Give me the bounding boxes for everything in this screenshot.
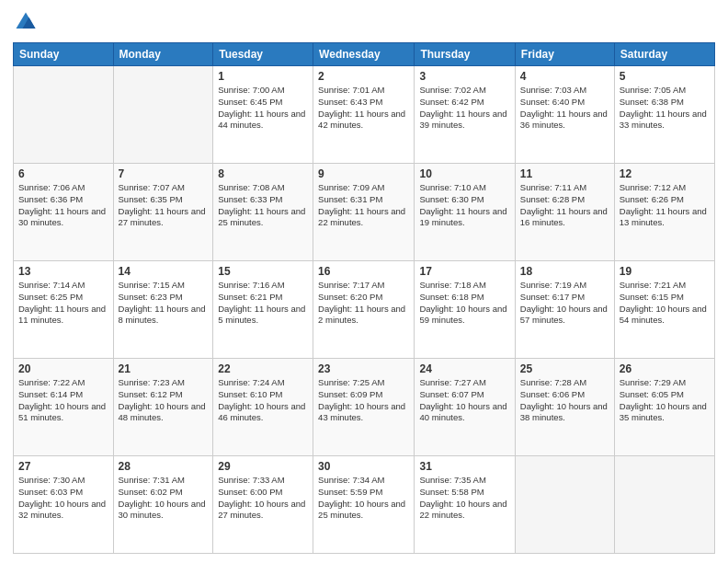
day-info: Sunrise: 7:09 AM Sunset: 6:31 PM Dayligh…: [318, 182, 409, 229]
week-row-3: 13Sunrise: 7:14 AM Sunset: 6:25 PM Dayli…: [14, 261, 715, 359]
day-number: 20: [18, 362, 108, 375]
day-header-saturday: Saturday: [614, 43, 714, 66]
day-info: Sunrise: 7:15 AM Sunset: 6:23 PM Dayligh…: [119, 280, 209, 327]
day-cell: 4Sunrise: 7:03 AM Sunset: 6:40 PM Daylig…: [515, 66, 614, 164]
day-info: Sunrise: 7:28 AM Sunset: 6:06 PM Dayligh…: [520, 377, 609, 424]
day-number: 13: [18, 265, 108, 278]
day-header-tuesday: Tuesday: [213, 43, 313, 66]
day-info: Sunrise: 7:19 AM Sunset: 6:17 PM Dayligh…: [520, 280, 609, 327]
day-cell: 2Sunrise: 7:01 AM Sunset: 6:43 PM Daylig…: [313, 66, 415, 164]
day-info: Sunrise: 7:00 AM Sunset: 6:45 PM Dayligh…: [218, 85, 308, 132]
day-cell: 1Sunrise: 7:00 AM Sunset: 6:45 PM Daylig…: [213, 66, 313, 164]
day-number: 9: [318, 167, 409, 180]
day-info: Sunrise: 7:18 AM Sunset: 6:18 PM Dayligh…: [419, 280, 509, 327]
day-cell: 6Sunrise: 7:06 AM Sunset: 6:36 PM Daylig…: [14, 164, 114, 261]
day-cell: 5Sunrise: 7:05 AM Sunset: 6:38 PM Daylig…: [614, 66, 714, 164]
day-number: 27: [18, 460, 108, 473]
day-number: 14: [119, 265, 209, 278]
day-cell: 30Sunrise: 7:34 AM Sunset: 5:59 PM Dayli…: [313, 456, 415, 554]
header-row: SundayMondayTuesdayWednesdayThursdayFrid…: [14, 43, 715, 66]
day-number: 6: [18, 167, 108, 180]
day-number: 28: [119, 460, 209, 473]
day-number: 12: [620, 167, 710, 180]
day-info: Sunrise: 7:34 AM Sunset: 5:59 PM Dayligh…: [318, 475, 409, 522]
day-info: Sunrise: 7:24 AM Sunset: 6:10 PM Dayligh…: [218, 377, 308, 424]
day-number: 22: [218, 362, 308, 375]
day-info: Sunrise: 7:16 AM Sunset: 6:21 PM Dayligh…: [218, 280, 308, 327]
day-header-wednesday: Wednesday: [313, 43, 415, 66]
day-info: Sunrise: 7:22 AM Sunset: 6:14 PM Dayligh…: [18, 377, 108, 424]
day-info: Sunrise: 7:27 AM Sunset: 6:07 PM Dayligh…: [419, 377, 509, 424]
day-cell: 11Sunrise: 7:11 AM Sunset: 6:28 PM Dayli…: [515, 164, 614, 261]
day-number: 10: [419, 167, 509, 180]
day-number: 11: [520, 167, 609, 180]
day-cell: 20Sunrise: 7:22 AM Sunset: 6:14 PM Dayli…: [14, 359, 114, 456]
day-cell: [14, 66, 114, 164]
day-info: Sunrise: 7:07 AM Sunset: 6:35 PM Dayligh…: [119, 182, 209, 229]
day-info: Sunrise: 7:01 AM Sunset: 6:43 PM Dayligh…: [318, 85, 409, 132]
week-row-2: 6Sunrise: 7:06 AM Sunset: 6:36 PM Daylig…: [14, 164, 715, 261]
day-info: Sunrise: 7:05 AM Sunset: 6:38 PM Dayligh…: [620, 85, 710, 132]
day-cell: 16Sunrise: 7:17 AM Sunset: 6:20 PM Dayli…: [313, 261, 415, 359]
day-number: 24: [419, 362, 509, 375]
day-cell: 31Sunrise: 7:35 AM Sunset: 5:58 PM Dayli…: [415, 456, 515, 554]
day-info: Sunrise: 7:08 AM Sunset: 6:33 PM Dayligh…: [218, 182, 308, 229]
day-cell: 12Sunrise: 7:12 AM Sunset: 6:26 PM Dayli…: [614, 164, 714, 261]
day-number: 17: [419, 265, 509, 278]
day-number: 7: [119, 167, 209, 180]
day-cell: [515, 456, 614, 554]
day-info: Sunrise: 7:12 AM Sunset: 6:26 PM Dayligh…: [620, 182, 710, 229]
day-cell: 10Sunrise: 7:10 AM Sunset: 6:30 PM Dayli…: [415, 164, 515, 261]
day-cell: 18Sunrise: 7:19 AM Sunset: 6:17 PM Dayli…: [515, 261, 614, 359]
day-number: 4: [520, 70, 609, 83]
day-number: 21: [119, 362, 209, 375]
day-info: Sunrise: 7:25 AM Sunset: 6:09 PM Dayligh…: [318, 377, 409, 424]
day-info: Sunrise: 7:30 AM Sunset: 6:03 PM Dayligh…: [18, 475, 108, 522]
logo-icon: [13, 9, 39, 35]
day-number: 31: [419, 460, 509, 473]
week-row-5: 27Sunrise: 7:30 AM Sunset: 6:03 PM Dayli…: [14, 456, 715, 554]
day-cell: 22Sunrise: 7:24 AM Sunset: 6:10 PM Dayli…: [213, 359, 313, 456]
day-number: 1: [218, 70, 308, 83]
day-number: 25: [520, 362, 609, 375]
day-cell: 14Sunrise: 7:15 AM Sunset: 6:23 PM Dayli…: [113, 261, 213, 359]
day-header-monday: Monday: [113, 43, 213, 66]
week-row-1: 1Sunrise: 7:00 AM Sunset: 6:45 PM Daylig…: [14, 66, 715, 164]
day-info: Sunrise: 7:11 AM Sunset: 6:28 PM Dayligh…: [520, 182, 609, 229]
day-info: Sunrise: 7:10 AM Sunset: 6:30 PM Dayligh…: [419, 182, 509, 229]
day-cell: 13Sunrise: 7:14 AM Sunset: 6:25 PM Dayli…: [14, 261, 114, 359]
calendar-header: SundayMondayTuesdayWednesdayThursdayFrid…: [14, 43, 715, 66]
day-info: Sunrise: 7:21 AM Sunset: 6:15 PM Dayligh…: [620, 280, 710, 327]
day-number: 26: [620, 362, 710, 375]
day-number: 5: [620, 70, 710, 83]
day-cell: 29Sunrise: 7:33 AM Sunset: 6:00 PM Dayli…: [213, 456, 313, 554]
day-cell: 8Sunrise: 7:08 AM Sunset: 6:33 PM Daylig…: [213, 164, 313, 261]
day-header-friday: Friday: [515, 43, 614, 66]
day-number: 23: [318, 362, 409, 375]
day-info: Sunrise: 7:17 AM Sunset: 6:20 PM Dayligh…: [318, 280, 409, 327]
logo: [13, 9, 42, 35]
main-container: SundayMondayTuesdayWednesdayThursdayFrid…: [0, 0, 728, 563]
day-cell: 28Sunrise: 7:31 AM Sunset: 6:02 PM Dayli…: [113, 456, 213, 554]
day-info: Sunrise: 7:29 AM Sunset: 6:05 PM Dayligh…: [620, 377, 710, 424]
week-row-4: 20Sunrise: 7:22 AM Sunset: 6:14 PM Dayli…: [14, 359, 715, 456]
day-cell: [614, 456, 714, 554]
day-number: 30: [318, 460, 409, 473]
day-number: 2: [318, 70, 409, 83]
day-info: Sunrise: 7:06 AM Sunset: 6:36 PM Dayligh…: [18, 182, 108, 229]
day-header-thursday: Thursday: [415, 43, 515, 66]
day-cell: 21Sunrise: 7:23 AM Sunset: 6:12 PM Dayli…: [113, 359, 213, 456]
day-number: 3: [419, 70, 509, 83]
day-number: 16: [318, 265, 409, 278]
day-cell: 26Sunrise: 7:29 AM Sunset: 6:05 PM Dayli…: [614, 359, 714, 456]
day-info: Sunrise: 7:33 AM Sunset: 6:00 PM Dayligh…: [218, 475, 308, 522]
day-info: Sunrise: 7:31 AM Sunset: 6:02 PM Dayligh…: [119, 475, 209, 522]
day-cell: 7Sunrise: 7:07 AM Sunset: 6:35 PM Daylig…: [113, 164, 213, 261]
day-cell: 23Sunrise: 7:25 AM Sunset: 6:09 PM Dayli…: [313, 359, 415, 456]
day-number: 15: [218, 265, 308, 278]
day-cell: 27Sunrise: 7:30 AM Sunset: 6:03 PM Dayli…: [14, 456, 114, 554]
day-cell: 3Sunrise: 7:02 AM Sunset: 6:42 PM Daylig…: [415, 66, 515, 164]
day-cell: 9Sunrise: 7:09 AM Sunset: 6:31 PM Daylig…: [313, 164, 415, 261]
day-cell: [113, 66, 213, 164]
day-info: Sunrise: 7:35 AM Sunset: 5:58 PM Dayligh…: [419, 475, 509, 522]
